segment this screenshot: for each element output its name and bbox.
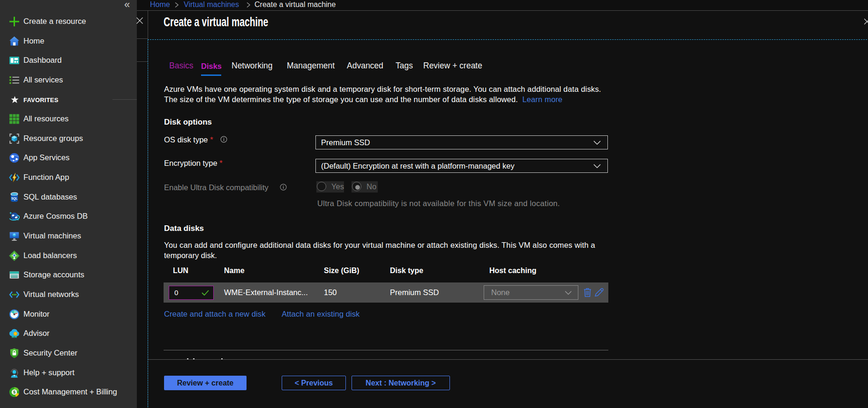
- svg-text:$: $: [13, 390, 15, 394]
- svg-text:SQL: SQL: [11, 197, 17, 200]
